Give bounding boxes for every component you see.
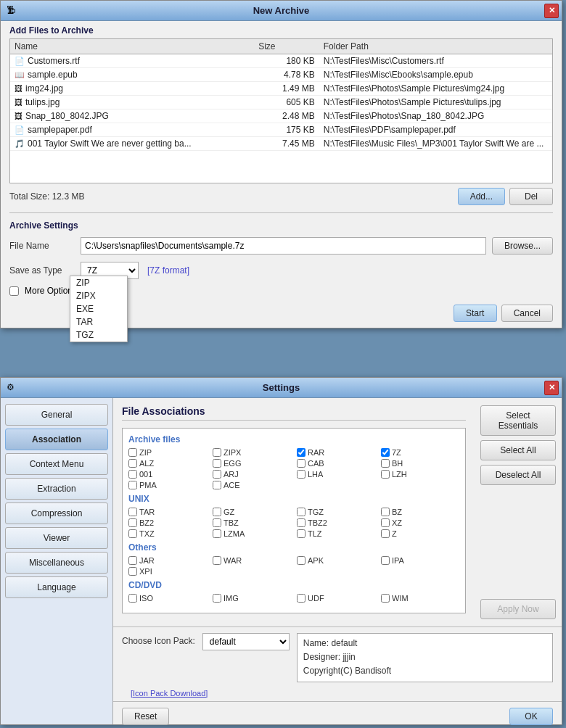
checkbox-bh[interactable] — [381, 459, 390, 468]
list-item: APK — [297, 556, 375, 565]
checkbox-lha[interactable] — [297, 470, 305, 479]
sidebar-item-language[interactable]: Language — [5, 576, 108, 598]
checkbox-tgz[interactable] — [297, 508, 305, 516]
icon-pack-info-designer: Designer: jjjin — [303, 650, 546, 664]
settings-right-panel: File Associations Archive files ZIPZIPXR… — [113, 398, 562, 724]
label-cab: CAB — [308, 459, 324, 468]
list-item: LZMA — [213, 529, 291, 538]
label-ipa: IPA — [392, 556, 404, 565]
list-item: LZH — [381, 470, 459, 479]
sidebar-item-context-menu[interactable]: Context Menu — [5, 453, 108, 475]
checkbox-tbz[interactable] — [213, 518, 221, 527]
checkbox-gz[interactable] — [213, 508, 221, 516]
checkbox-tar[interactable] — [128, 508, 137, 516]
checkbox-7z[interactable] — [381, 448, 390, 457]
table-row[interactable]: 🎵001 Taylor Swift We are never getting b… — [10, 137, 552, 151]
sidebar-item-viewer[interactable]: Viewer — [5, 527, 108, 549]
label-bh: BH — [392, 459, 403, 468]
checkbox-lzma[interactable] — [213, 529, 221, 538]
checkbox-lzh[interactable] — [381, 470, 390, 479]
checkbox-bz2[interactable] — [128, 518, 137, 527]
checkbox-bz[interactable] — [381, 508, 390, 516]
ok-button[interactable]: OK — [509, 708, 553, 725]
checkbox-arj[interactable] — [213, 470, 221, 479]
more-options-checkbox[interactable] — [9, 286, 19, 296]
file-name-row: File Name Browse... — [1, 233, 562, 258]
checkbox-cab[interactable] — [297, 459, 305, 468]
icon-pack-download-link[interactable]: [Icon Pack Download] — [122, 689, 216, 702]
checkbox-ace[interactable] — [213, 481, 221, 489]
list-item: XZ — [381, 518, 459, 527]
checkbox-udf[interactable] — [297, 594, 305, 603]
sidebar-item-miscellaneous[interactable]: Miscellaneous — [5, 552, 108, 574]
checkbox-z[interactable] — [381, 529, 390, 538]
list-item: ALZ — [128, 459, 207, 468]
deselect-all-button[interactable]: Deselect All — [480, 465, 556, 485]
table-row[interactable]: 📄samplepaper.pdf 175 KB N:\TestFiles\PDF… — [10, 123, 552, 137]
checkbox-zipx[interactable] — [213, 448, 221, 457]
checkbox-pma[interactable] — [128, 481, 137, 489]
table-row[interactable]: 📄Customers.rtf 180 KB N:\TestFiles\Misc\… — [10, 54, 552, 68]
select-essentials-button[interactable]: Select Essentials — [480, 405, 556, 436]
icon-pack-select[interactable]: default — [202, 633, 290, 650]
checkbox-war[interactable] — [213, 556, 221, 565]
dropdown-tar[interactable]: TAR — [70, 315, 127, 328]
sidebar-item-extraction[interactable]: Extraction — [5, 478, 108, 500]
file-name-input[interactable] — [81, 237, 486, 255]
sidebar-item-compression[interactable]: Compression — [5, 502, 108, 524]
checkbox-xz[interactable] — [381, 518, 390, 527]
dropdown-tgz[interactable]: TGZ — [70, 328, 127, 342]
list-item: TLZ — [297, 529, 375, 538]
start-button[interactable]: Start — [454, 305, 497, 322]
checkbox-rar[interactable] — [297, 448, 305, 457]
file-name-cell: 🖼Snap_180_8042.JPG — [10, 109, 254, 123]
checkbox-ipa[interactable] — [381, 556, 390, 565]
label-001: 001 — [139, 470, 152, 479]
others-group-title: Others — [128, 542, 459, 553]
checkbox-tlz[interactable] — [297, 529, 305, 538]
select-all-button[interactable]: Select All — [480, 440, 556, 460]
col-size: Size — [254, 39, 319, 54]
checkbox-txz[interactable] — [128, 529, 137, 538]
checkbox-tbz2[interactable] — [297, 518, 305, 527]
table-row[interactable]: 📖sample.epub 4.78 KB N:\TestFiles\Misc\E… — [10, 68, 552, 82]
checkbox-iso[interactable] — [128, 594, 137, 603]
list-item: ZIP — [128, 448, 207, 457]
archive-close-button[interactable]: ✕ — [544, 4, 559, 18]
dropdown-zip[interactable]: ZIP — [70, 276, 127, 289]
label-zipx: ZIPX — [223, 448, 241, 457]
checkbox-apk[interactable] — [297, 556, 305, 565]
archive-files-box: Archive files ZIPZIPXRAR7ZALZEGGCABBH001… — [122, 428, 466, 613]
settings-close-button[interactable]: ✕ — [544, 381, 559, 395]
table-row[interactable]: 🖼Snap_180_8042.JPG 2.48 MB N:\TestFiles\… — [10, 109, 552, 123]
reset-button[interactable]: Reset — [122, 708, 169, 725]
checkbox-alz[interactable] — [128, 459, 137, 468]
checkbox-zip[interactable] — [128, 448, 137, 457]
add-button[interactable]: Add... — [458, 188, 505, 205]
list-item: TBZ — [213, 518, 291, 527]
file-name-cell: 🎵001 Taylor Swift We are never getting b… — [10, 137, 254, 151]
list-item: WIM — [381, 594, 459, 603]
checkbox-001[interactable] — [128, 470, 137, 479]
checkbox-xpi[interactable] — [128, 567, 137, 576]
file-name-cell: 🖼img24.jpg — [10, 82, 254, 96]
file-path-cell: N:\TestFiles\Photos\Snap_180_8042.JPG — [319, 109, 552, 123]
del-button[interactable]: Del — [509, 188, 553, 205]
dropdown-exe[interactable]: EXE — [70, 302, 127, 315]
file-path-cell: N:\TestFiles\PDF\samplepaper.pdf — [319, 123, 552, 137]
list-item: TBZ2 — [297, 518, 375, 527]
checkbox-wim[interactable] — [381, 594, 390, 603]
table-row[interactable]: 🖼tulips.jpg 605 KB N:\TestFiles\Photos\S… — [10, 96, 552, 109]
browse-button[interactable]: Browse... — [492, 237, 553, 255]
table-row[interactable]: 🖼img24.jpg 1.49 MB N:\TestFiles\Photos\S… — [10, 82, 552, 96]
checkbox-jar[interactable] — [128, 556, 137, 565]
apply-now-button[interactable]: Apply Now — [480, 599, 556, 619]
cancel-button[interactable]: Cancel — [501, 305, 553, 322]
file-size-cell: 180 KB — [254, 54, 319, 68]
file-name-cell: 🖼tulips.jpg — [10, 96, 254, 109]
dropdown-zipx[interactable]: ZIPX — [70, 289, 127, 302]
checkbox-img[interactable] — [213, 594, 221, 603]
checkbox-egg[interactable] — [213, 459, 221, 468]
sidebar-item-general[interactable]: General — [5, 404, 108, 426]
sidebar-item-association[interactable]: Association — [5, 429, 108, 450]
